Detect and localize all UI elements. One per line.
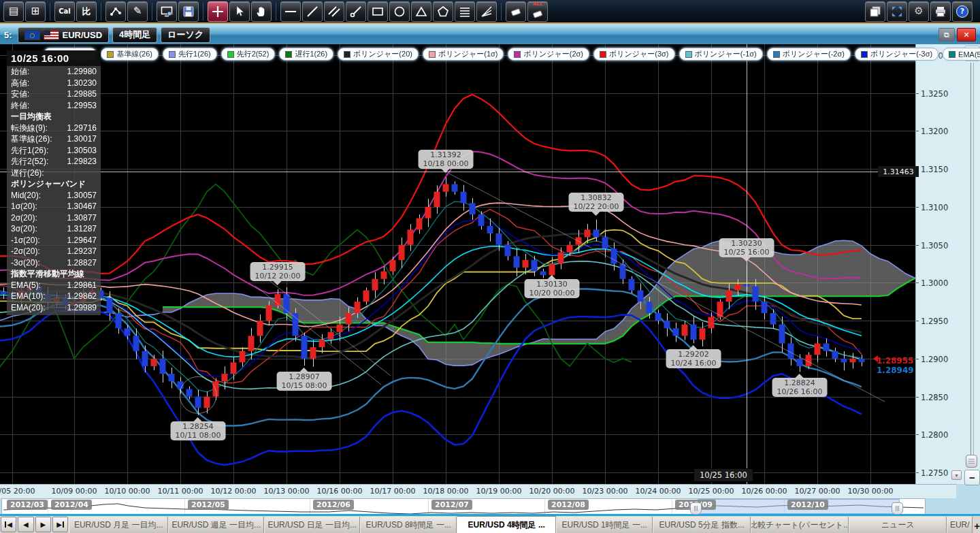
chart-canvas[interactable]	[0, 44, 915, 484]
time-tick-label: 10/17 00:00	[370, 487, 416, 496]
crosshair-price-label: 1.31463	[878, 166, 919, 177]
draw-pencil-button[interactable]: ✎	[127, 1, 148, 22]
tab-last-button[interactable]: ▶	[52, 517, 68, 532]
legend-item-8[interactable]: ボリンジャー(3σ)	[593, 48, 675, 61]
settings-gear-icon: ⚙	[914, 6, 923, 16]
fullscreen-button[interactable]	[887, 1, 907, 22]
navigator-left-handle[interactable]	[690, 502, 702, 515]
info-row-value: 1.30017	[67, 133, 97, 145]
restore-window-button[interactable]: ⧉	[938, 28, 955, 42]
chart-tab-1[interactable]: EUR/USD 週足 一目均...	[168, 517, 264, 533]
info-row-label: 先行2(52):	[11, 156, 48, 167]
price-callout: 1.2825410/11 08:00	[171, 421, 226, 440]
tabs-container: EUR/USD 月足 一目均...EUR/USD 週足 一目均...EUR/US…	[69, 516, 973, 533]
us-flag-icon	[44, 30, 59, 40]
toolbar-separator	[501, 3, 502, 20]
legend-item-5[interactable]: ボリンジャー(20)	[338, 48, 419, 61]
navigator-month-label: 2012/10	[787, 500, 828, 510]
settings-gear-button[interactable]: ⚙	[909, 1, 929, 22]
hand-tool-icon	[255, 5, 268, 18]
save-template-button[interactable]	[178, 1, 199, 22]
scrollbar-track[interactable]	[970, 63, 974, 455]
legend-label: 先行1(26)	[178, 49, 211, 59]
legend-item-3[interactable]: 先行2(52)	[221, 48, 276, 61]
triangle-tool-button[interactable]	[411, 1, 431, 22]
navigator-month-label: 2012/05	[188, 500, 229, 510]
trendline-tool-button[interactable]	[302, 1, 323, 22]
price-axis[interactable]: 1.33001.32501.32001.31501.31001.30501.30…	[915, 44, 957, 484]
info-row-label: 安値:	[11, 88, 29, 100]
chart-settings-button[interactable]	[157, 1, 177, 22]
hand-tool-button[interactable]	[251, 1, 272, 22]
axis-scroll-down-button[interactable]: ▼	[951, 470, 962, 480]
indicator-settings-button[interactable]	[105, 1, 126, 22]
legend-item-1[interactable]: 基準線(26)	[101, 48, 159, 61]
callout-time: 10/26 16:00	[777, 387, 823, 396]
pointer-tool-button[interactable]	[229, 1, 250, 22]
chart-tab-8[interactable]: ニュース	[849, 517, 947, 533]
legend-color-chip	[773, 51, 780, 58]
time-tick-label: 10/26 00:00	[742, 487, 787, 496]
info-row: 始値:1.29980	[7, 66, 101, 78]
info-row-label: -2σ(20):	[11, 246, 40, 257]
crosshair-tool-button[interactable]	[208, 1, 228, 22]
legend-label: ボリンジャー(1σ)	[438, 49, 498, 59]
print-button[interactable]	[930, 1, 951, 22]
help-button[interactable]: ?	[952, 1, 973, 22]
chart-type-button[interactable]: ローソク	[161, 27, 210, 43]
pitchfork-tool-button[interactable]	[346, 1, 366, 22]
compare-button[interactable]: 比	[76, 1, 97, 22]
scrollbar-grip[interactable]	[966, 455, 977, 468]
legend-item-4[interactable]: 遅行1(26)	[279, 48, 333, 61]
tab-next-button[interactable]: ▶	[35, 517, 51, 532]
time-tick-label: 10/18 00:00	[423, 487, 469, 496]
ellipse-tool-button[interactable]	[389, 1, 410, 22]
chart-tab-3[interactable]: EUR/USD 8時間足 一...	[360, 517, 457, 533]
new-chart-button[interactable]: ⊞	[25, 1, 46, 22]
zoom-out-button[interactable]: −	[964, 470, 980, 485]
navigator-right-handle[interactable]	[892, 502, 903, 515]
callout-price: 1.29915	[255, 263, 301, 272]
chart-tab-2[interactable]: EUR/USD 日足 一目均...	[264, 517, 360, 533]
fx-chart-app: ▤⊞Cal比✎ALL ⚙? 5: EUR/USD 4時間足 ローソク ⧉ ✕ 転…	[0, 0, 980, 533]
tab-first-button[interactable]: ◀	[1, 517, 16, 532]
cascade-windows-button[interactable]	[865, 1, 885, 22]
rectangle-tool-button[interactable]	[368, 1, 388, 22]
legend-item-11[interactable]: ボリンジャー(-3σ)	[855, 48, 938, 61]
info-row: 先行2(52):1.29823	[7, 156, 101, 167]
timeframe-button[interactable]: 4時間足	[112, 27, 157, 43]
chart-tab-5[interactable]: EUR/USD 1時間足 一...	[556, 517, 653, 533]
callout-time: 10/25 16:00	[724, 248, 770, 257]
chart-tab-7[interactable]: 比較チャート(パーセント...	[751, 517, 849, 533]
hline-tool-button[interactable]	[280, 1, 301, 22]
close-window-button[interactable]: ✕	[957, 28, 976, 42]
account-list-button[interactable]: ▤	[3, 1, 24, 22]
indicator-legend: 転換線(9)基準線(26)先行1(26)先行2(52)遅行1(26)ボリンジャー…	[44, 48, 980, 61]
add-tab-button[interactable]: +	[974, 519, 980, 532]
eraser-tool-button[interactable]	[506, 1, 526, 22]
erase-all-tool-button[interactable]: ALL	[527, 1, 548, 22]
currency-pair-button[interactable]: EUR/USD	[18, 27, 110, 43]
legend-item-2[interactable]: 先行1(26)	[163, 48, 217, 61]
pentagon-tool-button[interactable]	[433, 1, 453, 22]
chart-tab-0[interactable]: EUR/USD 月足 一目均...	[69, 517, 168, 533]
parallel-lines-tool-button[interactable]	[324, 1, 344, 22]
calendar-icon: Cal	[59, 7, 71, 15]
compare-icon: 比	[82, 5, 91, 18]
legend-item-9[interactable]: ボリンジャー(-1σ)	[679, 48, 763, 61]
calendar-button[interactable]: Cal	[54, 1, 75, 22]
legend-item-12[interactable]: EMA(5)	[943, 48, 980, 61]
legend-color-chip	[429, 51, 436, 58]
legend-item-6[interactable]: ボリンジャー(1σ)	[423, 48, 504, 61]
chart-tab-4[interactable]: EUR/USD 4時間足 ...	[457, 516, 556, 533]
callout-time: 10/11 08:00	[176, 431, 221, 440]
fib-retracement-tool-button[interactable]	[455, 1, 475, 22]
chart-tab-6[interactable]: EUR/USD 5分足 指数...	[653, 517, 751, 533]
fib-fan-tool-button[interactable]	[476, 1, 497, 22]
info-row-label: EMA(5):	[11, 280, 41, 291]
chart-tab-9[interactable]: EUR/	[947, 517, 973, 533]
legend-item-7[interactable]: ボリンジャー(2σ)	[508, 48, 589, 61]
legend-label: EMA(5)	[958, 50, 980, 59]
legend-item-10[interactable]: ボリンジャー(-2σ)	[767, 48, 851, 61]
tab-prev-button[interactable]: ◀	[18, 517, 33, 532]
